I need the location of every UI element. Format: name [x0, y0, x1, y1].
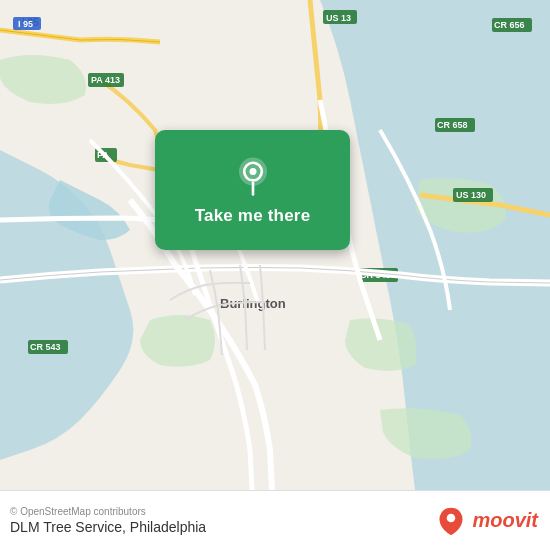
- location-pin-icon: [231, 154, 275, 198]
- moovit-icon: [436, 506, 466, 536]
- svg-text:CR 543: CR 543: [30, 342, 61, 352]
- bottom-bar: © OpenStreetMap contributors DLM Tree Se…: [0, 490, 550, 550]
- moovit-label: moovit: [472, 509, 538, 532]
- svg-text:CR 658: CR 658: [437, 120, 468, 130]
- svg-point-24: [447, 513, 456, 522]
- svg-point-23: [249, 168, 256, 175]
- map-container: I 95 I 95 US 13 PA 413 PA CR 656 CR 658 …: [0, 0, 550, 490]
- bottom-left-info: © OpenStreetMap contributors DLM Tree Se…: [10, 506, 206, 535]
- location-text: DLM Tree Service, Philadelphia: [10, 519, 206, 535]
- svg-text:I 95: I 95: [18, 19, 33, 29]
- moovit-logo: moovit: [436, 506, 538, 536]
- svg-text:PA 413: PA 413: [91, 75, 120, 85]
- popup-button-label: Take me there: [195, 206, 311, 226]
- take-me-there-button[interactable]: Take me there: [155, 130, 350, 250]
- copyright-text: © OpenStreetMap contributors: [10, 506, 206, 517]
- svg-text:US 13: US 13: [326, 13, 351, 23]
- svg-text:US 130: US 130: [456, 190, 486, 200]
- svg-text:CR 656: CR 656: [494, 20, 525, 30]
